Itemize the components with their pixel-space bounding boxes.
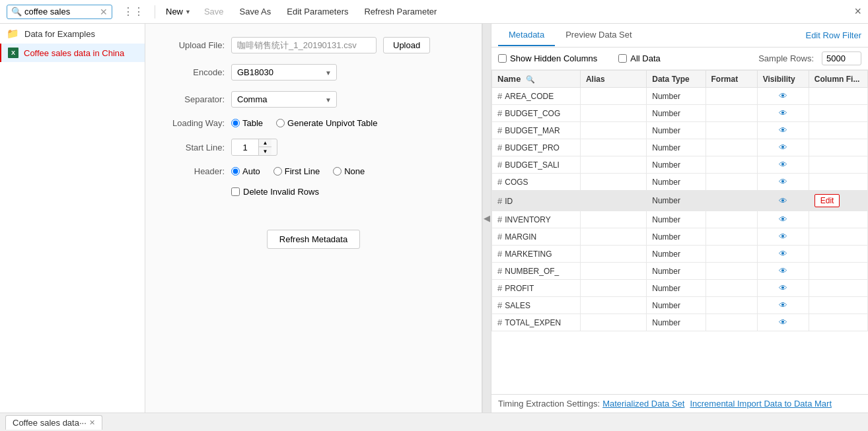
table-row[interactable]: #MARGINNumber👁 — [492, 228, 868, 246]
show-hidden-columns-label[interactable]: Show Hidden Columns — [498, 53, 597, 63]
loading-table-radio[interactable]: Table — [231, 118, 263, 128]
table-row[interactable]: #BUDGET_PRONumber👁 — [492, 139, 868, 156]
collapse-icon: ◀ — [484, 213, 490, 223]
separator-select[interactable]: Comma Tab Semicolon — [231, 91, 337, 108]
header-none-radio[interactable]: None — [333, 166, 365, 176]
cell-name: #NUMBER_OF_ — [492, 263, 581, 280]
refresh-parameter-button[interactable]: Refresh Parameter — [361, 5, 439, 18]
cell-data-type: Number — [647, 228, 705, 246]
encode-select[interactable]: GB18030 UTF-8 — [231, 64, 337, 81]
visibility-eye-icon[interactable]: 👁 — [779, 232, 787, 242]
visibility-eye-icon[interactable]: 👁 — [779, 266, 787, 276]
col-header-alias: Alias — [580, 71, 646, 88]
table-toolbar: Show Hidden Columns All Data Sample Rows… — [491, 48, 868, 70]
cell-column-filter — [809, 246, 867, 263]
table-row[interactable]: #SALESNumber👁 — [492, 297, 868, 314]
cell-visibility: 👁 — [757, 174, 809, 191]
header-first-line-radio[interactable]: First Line — [273, 166, 320, 176]
delete-invalid-rows-checkbox[interactable] — [231, 187, 240, 196]
visibility-eye-icon[interactable]: 👁 — [779, 177, 787, 187]
table-row[interactable]: #BUDGET_COGNumber👁 — [492, 105, 868, 122]
cell-visibility: 👁 — [757, 191, 809, 211]
table-row[interactable]: #IDNumber👁Edit — [492, 191, 868, 211]
edit-button[interactable]: Edit — [814, 194, 840, 207]
upload-file-input[interactable] — [231, 37, 377, 53]
header-auto-label: Auto — [242, 166, 260, 176]
bottom-tab-close-icon[interactable]: ✕ — [89, 418, 95, 427]
start-line-spinner: ▲ ▼ — [231, 139, 277, 156]
all-data-label[interactable]: All Data — [618, 53, 661, 63]
search-input[interactable] — [24, 7, 97, 17]
cell-column-filter — [809, 263, 867, 280]
excel-icon: X — [8, 48, 18, 58]
table-row[interactable]: #NUMBER_OF_Number👁 — [492, 263, 868, 280]
table-row[interactable]: #BUDGET_MARNumber👁 — [492, 122, 868, 139]
table-row[interactable]: #COGSNumber👁 — [492, 174, 868, 191]
spinner-up-button[interactable]: ▲ — [258, 139, 271, 147]
cell-format — [705, 211, 757, 228]
visibility-eye-icon[interactable]: 👁 — [779, 143, 787, 152]
save-button[interactable]: Save — [201, 5, 227, 18]
tab-metadata[interactable]: Metadata — [498, 24, 555, 46]
visibility-eye-icon[interactable]: 👁 — [779, 317, 787, 327]
header-auto-radio[interactable]: Auto — [231, 166, 260, 176]
show-hidden-columns-checkbox[interactable] — [498, 54, 507, 63]
table-row[interactable]: #MARKETINGNumber👁 — [492, 246, 868, 263]
table-row[interactable]: #INVENTORYNumber👁 — [492, 211, 868, 228]
table-row[interactable]: #AREA_CODENumber👁 — [492, 88, 868, 105]
header-radio-group: Auto First Line None — [231, 166, 365, 176]
visibility-eye-icon[interactable]: 👁 — [779, 160, 787, 170]
separator-row: Separator: Comma Tab Semicolon ▼ — [159, 91, 468, 108]
upload-button[interactable]: Upload — [383, 37, 430, 53]
incremental-import-link[interactable]: Incremental Import Data to Data Mart — [690, 399, 832, 409]
save-as-button[interactable]: Save As — [237, 5, 274, 18]
refresh-metadata-button[interactable]: Refresh Metadata — [267, 230, 360, 249]
tab-preview-data-set[interactable]: Preview Data Set — [555, 24, 642, 46]
col-header-visibility: Visibility — [757, 71, 809, 88]
timing-label: Timing Extraction Settings: — [498, 399, 600, 409]
sidebar-item-coffee-sales[interactable]: X Coffee sales data in China — [0, 44, 145, 62]
edit-parameters-button[interactable]: Edit Parameters — [284, 5, 351, 18]
close-button[interactable]: × — [854, 5, 861, 18]
loading-unpivot-radio-input[interactable] — [276, 119, 285, 127]
cell-column-filter — [809, 211, 867, 228]
visibility-eye-icon[interactable]: 👁 — [779, 108, 787, 118]
materialized-data-set-link[interactable]: Materialized Data Set — [602, 399, 684, 409]
new-dropdown[interactable]: New ▼ — [166, 7, 191, 17]
cell-column-filter — [809, 156, 867, 174]
visibility-eye-icon[interactable]: 👁 — [779, 125, 787, 135]
name-search-icon[interactable]: 🔍 — [526, 75, 535, 83]
loading-unpivot-radio[interactable]: Generate Unpivot Table — [276, 118, 377, 128]
visibility-eye-icon[interactable]: 👁 — [779, 215, 787, 224]
visibility-eye-icon[interactable]: 👁 — [779, 91, 787, 101]
type-hash-icon: # — [497, 232, 502, 242]
all-data-checkbox[interactable] — [618, 54, 627, 63]
cell-column-filter — [809, 88, 867, 105]
edit-row-filter-link[interactable]: Edit Row Filter — [805, 30, 861, 40]
collapse-handle[interactable]: ◀ — [482, 24, 491, 413]
bottom-tab-coffee[interactable]: Coffee sales data··· ✕ — [5, 415, 102, 430]
spinner-down-button[interactable]: ▼ — [258, 147, 271, 155]
header-auto-radio-input[interactable] — [231, 167, 240, 176]
clear-search-icon[interactable]: ✕ — [100, 7, 108, 17]
visibility-eye-icon[interactable]: 👁 — [779, 249, 787, 259]
header-first-line-radio-input[interactable] — [273, 167, 282, 176]
table-row[interactable]: #PROFITNumber👁 — [492, 280, 868, 297]
sidebar-item-data-examples[interactable]: 📁 Data for Examples — [0, 24, 145, 44]
table-row[interactable]: #TOTAL_EXPENNumber👁 — [492, 314, 868, 331]
type-hash-icon: # — [497, 249, 502, 259]
table-row[interactable]: #BUDGET_SALINumber👁 — [492, 156, 868, 174]
folder-icon: 📁 — [7, 28, 19, 40]
loading-table-radio-input[interactable] — [231, 119, 240, 127]
visibility-eye-icon[interactable]: 👁 — [779, 283, 787, 293]
loading-way-radio-group: Table Generate Unpivot Table — [231, 118, 377, 128]
cell-column-filter — [809, 297, 867, 314]
header-none-radio-input[interactable] — [333, 167, 342, 176]
start-line-input[interactable] — [232, 140, 258, 155]
search-box[interactable]: 🔍 ✕ — [7, 5, 112, 19]
visibility-eye-icon[interactable]: 👁 — [779, 300, 787, 310]
visibility-eye-icon[interactable]: 👁 — [779, 196, 787, 206]
sample-rows-input[interactable] — [822, 51, 861, 65]
menu-dots-icon[interactable]: ⋮⋮ — [123, 5, 144, 18]
delete-invalid-rows-checkbox-label[interactable]: Delete Invalid Rows — [231, 187, 319, 197]
